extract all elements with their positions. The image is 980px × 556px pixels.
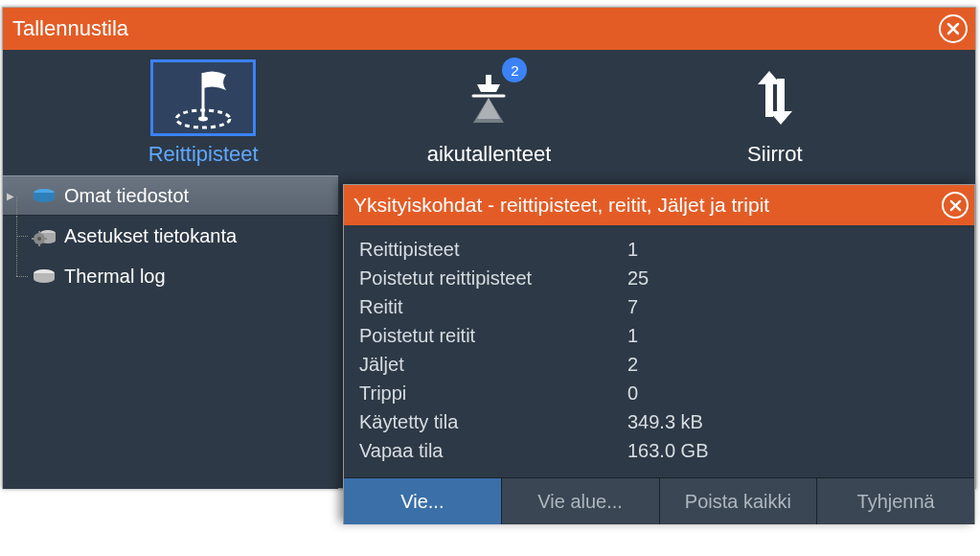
detail-value: 1: [627, 321, 959, 350]
detail-label: Käytetty tila: [359, 407, 627, 436]
detail-label: Poistetut reittipisteet: [359, 264, 627, 292]
detail-row: Jäljet2: [359, 350, 959, 379]
tree-item-label: Omat tiedostot: [64, 185, 189, 207]
close-icon: [949, 199, 962, 212]
main-close-button[interactable]: [939, 14, 968, 43]
drive-icon: [32, 185, 57, 206]
detail-row: Poistetut reittipisteet25: [359, 264, 959, 292]
detail-row: Käytetty tila349.3 kB: [359, 407, 959, 436]
tree-item-label: Asetukset tietokanta: [64, 225, 237, 247]
waypoint-flag-icon: [150, 59, 256, 136]
detail-value: 7: [627, 292, 959, 321]
detail-label: Jäljet: [359, 350, 627, 379]
tab-transfers-label: Siirrot: [747, 142, 802, 167]
svg-rect-7: [38, 231, 40, 234]
svg-rect-10: [44, 238, 47, 240]
tab-recordings[interactable]: 2 aikutallenteet: [383, 54, 594, 173]
tree-item-thermal-log[interactable]: Thermal log: [3, 256, 338, 296]
details-panel: Yksityiskohdat - reittipisteet, reitit, …: [343, 184, 975, 524]
detail-label: Trippi: [359, 379, 627, 407]
tab-transfers[interactable]: Siirrot: [670, 54, 880, 173]
detail-value: 0: [627, 379, 959, 407]
main-title: Tallennustila: [12, 16, 128, 41]
tree-item-my-files[interactable]: ▶ Omat tiedostot: [3, 175, 338, 216]
details-body: Reittipisteet1 Poistetut reittipisteet25…: [344, 225, 974, 477]
detail-value: 163.0 GB: [627, 436, 959, 465]
svg-rect-9: [32, 238, 34, 240]
detail-value: 1: [627, 235, 959, 264]
svg-rect-8: [38, 243, 40, 246]
close-icon: [946, 22, 960, 35]
clear-button[interactable]: Tyhjennä: [817, 477, 974, 524]
svg-point-6: [37, 237, 41, 241]
sidebar: ▶ Omat tiedostot Asetukset tietokanta Th…: [3, 175, 338, 489]
tree-item-settings-db[interactable]: Asetukset tietokanta: [3, 216, 338, 256]
detail-value: 2: [627, 350, 959, 379]
tab-waypoints-label: Reittipisteet: [148, 142, 259, 167]
detail-label: Poistetut reitit: [359, 321, 627, 350]
detail-row: Reitit7: [359, 292, 959, 321]
settings-db-icon: [32, 225, 57, 246]
expand-caret-icon[interactable]: ▶: [7, 191, 14, 201]
detail-row: Trippi0: [359, 379, 959, 407]
details-close-button[interactable]: [942, 192, 969, 219]
details-titlebar: Yksityiskohdat - reittipisteet, reitit, …: [344, 185, 974, 225]
detail-row: Reittipisteet1: [359, 235, 959, 264]
detail-value: 25: [627, 264, 959, 292]
drive-icon: [32, 266, 57, 287]
storage-tree: ▶ Omat tiedostot Asetukset tietokanta Th…: [3, 175, 338, 296]
transfer-arrows-icon: [722, 59, 828, 136]
details-title: Yksityiskohdat - reittipisteet, reitit, …: [353, 194, 769, 217]
export-area-button[interactable]: Vie alue...: [502, 477, 660, 524]
detail-label: Reitit: [359, 292, 627, 321]
detail-row: Vapaa tila163.0 GB: [359, 436, 959, 465]
tree-item-label: Thermal log: [64, 266, 166, 288]
tab-waypoints[interactable]: Reittipisteet: [98, 54, 308, 173]
tab-recordings-label: aikutallenteet: [427, 142, 552, 167]
detail-label: Reittipisteet: [359, 235, 627, 264]
action-bar: Vie... Vie alue... Poista kaikki Tyhjenn…: [344, 477, 974, 524]
detail-value: 349.3 kB: [627, 407, 959, 436]
main-titlebar: Tallennustila: [3, 8, 975, 51]
tab-strip: Reittipisteet 2 aikutallenteet: [3, 51, 975, 175]
svg-rect-2: [486, 75, 491, 84]
detail-label: Vapaa tila: [359, 436, 627, 465]
export-button[interactable]: Vie...: [344, 477, 502, 524]
delete-all-button[interactable]: Poista kaikki: [660, 477, 818, 524]
detail-row: Poistetut reitit1: [359, 321, 959, 350]
